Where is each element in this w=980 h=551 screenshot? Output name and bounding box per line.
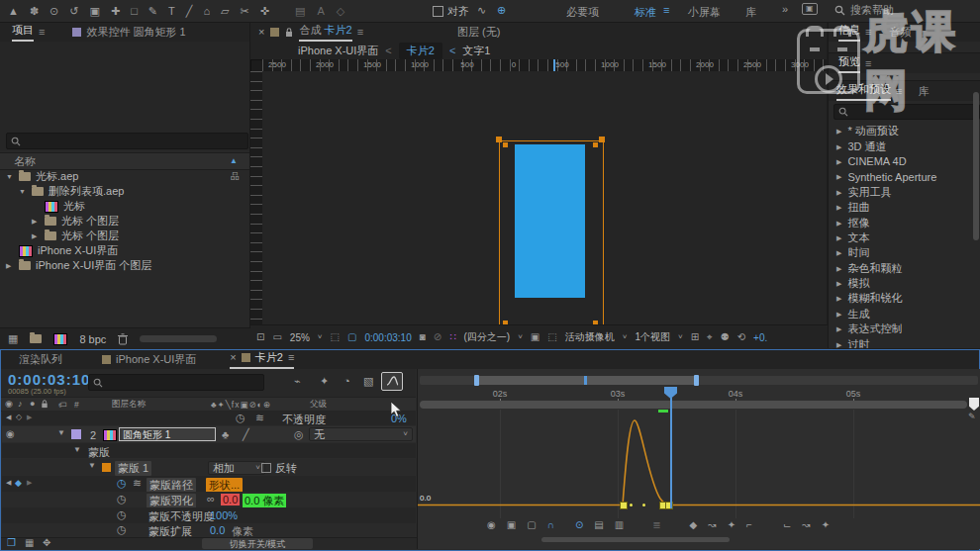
- magnification-chevron-icon[interactable]: ˅: [318, 333, 323, 341]
- mask-feather-x-value[interactable]: 0.0: [221, 494, 240, 505]
- expander-icon[interactable]: ▶: [836, 249, 841, 256]
- project-panel-menu-icon[interactable]: ≡: [39, 27, 45, 38]
- tab-timeline-iphone[interactable]: iPhone X-UI界面: [102, 352, 196, 367]
- project-tree-item[interactable]: ▶ 光标 个图层: [0, 214, 249, 229]
- tab-effect-controls[interactable]: 效果控件 圆角矩形 1: [72, 25, 185, 40]
- expand-inout-icon[interactable]: ✥: [43, 538, 50, 548]
- camera-view-value[interactable]: 活动摄像机: [565, 330, 615, 344]
- trash-icon[interactable]: [118, 333, 128, 345]
- project-tree-item[interactable]: ▼ 删除列表项.aep: [0, 184, 249, 199]
- more-workspaces-icon[interactable]: »: [782, 4, 788, 15]
- stopwatch-icon[interactable]: ◷: [117, 478, 127, 489]
- expander-icon[interactable]: ▶: [836, 295, 841, 302]
- align-checkbox[interactable]: [433, 6, 443, 17]
- quality-switch-icon[interactable]: ♣: [222, 429, 229, 440]
- view-layout-value[interactable]: 1个视图: [635, 330, 670, 344]
- frame-blending-icon[interactable]: ▧: [363, 376, 373, 387]
- magnification-value[interactable]: 25%: [290, 332, 310, 343]
- solo-column-icon[interactable]: ●: [30, 400, 35, 409]
- mask-visibility-icon[interactable]: ▢: [347, 332, 356, 342]
- channels-icon[interactable]: ∷: [449, 332, 455, 342]
- mask-color-square[interactable]: [102, 463, 111, 472]
- mask-vertex-handle[interactable]: [593, 142, 598, 147]
- speed-graph-curve[interactable]: [418, 410, 980, 523]
- snapshot-icon[interactable]: ◙: [420, 332, 426, 342]
- effects-category-item[interactable]: ▶ CINEMA 4D: [829, 154, 980, 169]
- switches-column-icons[interactable]: ♣✦╲fx▣⊘◐⊕: [211, 400, 271, 410]
- snap-magnet-icon[interactable]: ∩: [547, 520, 554, 530]
- tab-effects-presets[interactable]: 效果和预设: [836, 82, 891, 101]
- mask-vertex-handle[interactable]: [496, 137, 502, 142]
- mask-expansion-row[interactable]: ◷ 蒙版扩展 0.0 像素: [2, 523, 416, 537]
- eraser-tool[interactable]: ▱: [221, 6, 229, 17]
- always-preview-icon[interactable]: ⊡: [256, 332, 264, 342]
- add-keyframe-icon[interactable]: ◇: [16, 413, 22, 421]
- easy-ease-out-icon[interactable]: ⌐: [746, 520, 752, 530]
- keyframe-dot[interactable]: [642, 504, 645, 506]
- layer-name-column-header[interactable]: 图层名称: [112, 399, 146, 411]
- effects-category-item[interactable]: ▶ 杂色和颗粒: [829, 261, 980, 276]
- auto-zoom-graph-icon[interactable]: ⊙: [575, 520, 583, 530]
- zoom-tool[interactable]: ⊙: [49, 6, 58, 17]
- tab-timeline-card2[interactable]: × 卡片2 ≡: [230, 350, 294, 369]
- mask-opacity-label[interactable]: 蒙版不透明度: [148, 509, 214, 524]
- screen-icon[interactable]: ▭: [272, 332, 281, 342]
- workspace-library[interactable]: 库: [745, 5, 756, 20]
- help-search[interactable]: 搜索帮助: [834, 3, 894, 18]
- expander-icon[interactable]: ▶: [32, 232, 40, 239]
- composition-mini-flowchart-icon[interactable]: ⌁: [294, 376, 301, 387]
- mask-feather-y-value[interactable]: 0.0 像素: [243, 494, 286, 508]
- effects-panel-menu-icon[interactable]: ≡: [896, 86, 902, 97]
- mask-expander-icon[interactable]: ▼: [88, 462, 96, 470]
- opacity-label[interactable]: 不透明度: [282, 413, 326, 427]
- new-composition-icon[interactable]: [53, 333, 67, 345]
- mask-path-label[interactable]: 蒙版路径: [147, 478, 196, 493]
- interpret-footage-icon[interactable]: ▦: [8, 333, 18, 344]
- align-toggle[interactable]: 对齐: [433, 4, 469, 19]
- workspace-small-screen[interactable]: 小屏幕: [688, 5, 721, 20]
- effects-category-item[interactable]: ▶ 时间: [829, 245, 980, 260]
- transparency-grid-icon[interactable]: ⬚: [547, 332, 556, 342]
- layer-row[interactable]: ◉ ▼ 2 圆角矩形 1 ♣ ╱ ◎ 无 ˅: [2, 426, 416, 442]
- time-ruler[interactable]: 02s03s04s05s: [418, 387, 980, 401]
- puppet-pin-tool[interactable]: ✜: [260, 6, 269, 17]
- hold-keyframe-icon[interactable]: ⌙: [783, 520, 791, 530]
- keyframe-active-icon[interactable]: ◆: [15, 479, 22, 488]
- work-area-marker[interactable]: [584, 376, 587, 385]
- workspace-bar-icon[interactable]: ▣: [802, 3, 818, 15]
- expander-icon[interactable]: ▶: [32, 218, 40, 225]
- mask-opacity-row[interactable]: ◷ 蒙版不透明度 100%: [2, 507, 416, 523]
- mask-vertex-handle[interactable]: [503, 142, 508, 147]
- opacity-property-row[interactable]: ◀ ◇ ▶ ◷ ≋ 不透明度 0%: [2, 411, 416, 425]
- timeline-button-icon[interactable]: ⚉: [721, 332, 730, 342]
- timeline-search-input[interactable]: [88, 374, 264, 391]
- info-panel-menu-icon[interactable]: ≡: [865, 27, 871, 38]
- time-navigator-bar[interactable]: [420, 401, 967, 409]
- expander-icon[interactable]: ▶: [836, 173, 841, 180]
- expander-icon[interactable]: ▶: [836, 143, 841, 150]
- project-search-input[interactable]: [6, 133, 248, 149]
- include-in-graph-icon[interactable]: ≋: [255, 413, 264, 423]
- mask-vertex-handle[interactable]: [599, 137, 605, 142]
- effects-category-item[interactable]: ▶ 文本: [829, 230, 980, 245]
- color-depth-label[interactable]: 8 bpc: [79, 333, 106, 345]
- preview-panel-menu-icon[interactable]: ≡: [865, 58, 871, 69]
- index-column-header[interactable]: #: [74, 400, 79, 410]
- fit-selection-icon[interactable]: ▤: [594, 520, 603, 530]
- clone-stamp-tool[interactable]: ⌂: [203, 6, 210, 17]
- effects-category-item[interactable]: ▶ * 动画预设: [829, 124, 980, 138]
- expander-icon[interactable]: ▶: [836, 204, 841, 211]
- project-tree-item[interactable]: ▶ 光标 个图层: [0, 229, 249, 243]
- roto-brush-tool[interactable]: ✂: [241, 6, 249, 17]
- project-tree-item[interactable]: 光标: [0, 199, 249, 214]
- new-folder-icon[interactable]: [30, 334, 42, 343]
- parent-column-header[interactable]: 父级: [310, 399, 327, 411]
- tab-preview[interactable]: 预览: [838, 54, 860, 73]
- parent-pickwhip-icon[interactable]: ◎: [294, 429, 304, 440]
- viewer-timecode[interactable]: 0:00:03:10: [364, 332, 411, 343]
- workspace-menu-icon[interactable]: ≡: [663, 5, 669, 16]
- effects-category-item[interactable]: ▶ 实用工具: [829, 185, 980, 200]
- effects-category-item[interactable]: ▶ 抠像: [829, 215, 980, 230]
- mask-invert-checkbox[interactable]: [261, 463, 271, 473]
- current-timecode[interactable]: 0:00:03:10: [8, 371, 90, 388]
